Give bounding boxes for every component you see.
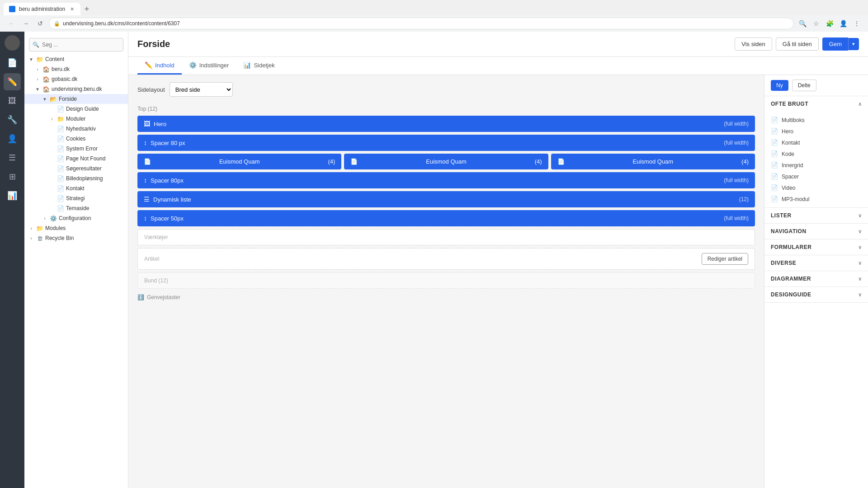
spacer80-block-meta: (full width) [724,140,749,146]
euismod-block-2[interactable]: 📄 Euismod Quam (4) [344,154,548,169]
tree-item-content[interactable]: ▼ 📁 Content [24,54,128,64]
panel-section-navigation: NAVIGATION ∨ [764,224,868,239]
tree-item-page-not-found[interactable]: 📄 Page Not Found [24,154,128,164]
menu-button[interactable]: ⋮ [851,18,863,29]
panel-section-header-navigation[interactable]: NAVIGATION ∨ [764,224,868,239]
panel-item-innergrid[interactable]: 📄 Innergrid [764,160,868,171]
euismod-block-3[interactable]: 📄 Euismod Quam (4) [551,154,755,169]
rail-list-icon[interactable]: ☰ [4,149,21,166]
panel-item-multiboks[interactable]: 📄 Multiboks [764,114,868,126]
euismod-1-count: (4) [328,158,335,165]
panel-chevron-navigation: ∨ [858,229,862,235]
panel-item-spacer[interactable]: 📄 Spacer [764,171,868,182]
rail-chart-icon[interactable]: 📊 [4,187,21,204]
panel-chevron-designguide: ∨ [858,292,862,298]
panel-item-kode[interactable]: 📄 Kode [764,148,868,160]
sidetjek-tab-icon: 📊 [243,61,251,69]
panel-section-ofte-brugt: OFTE BRUGT ∧ 📄 Multiboks 📄 Hero [764,96,868,208]
bookmark-button[interactable]: ☆ [810,18,822,29]
new-tab-button[interactable]: + [80,3,93,15]
panel-item-video[interactable]: 📄 Video [764,182,868,193]
active-tab[interactable]: beru administration ✕ [4,3,80,15]
file-icon-temaside: 📄 [57,205,64,212]
tree-item-temaside[interactable]: 📄 Temaside [24,203,128,213]
tree-item-billedoplosning[interactable]: 📄 Billedopløsning [24,174,128,183]
tree-item-kontakt[interactable]: 📄 Kontakt [24,183,128,193]
tree-item-sogeresultater[interactable]: 📄 Søgeresultater [24,164,128,174]
tree-item-beru[interactable]: › 🏠 beru.dk [24,64,128,74]
reload-button[interactable]: ↺ [34,18,46,29]
tree-label-undervisning: undervisning.beru.dk [52,86,102,92]
layout-select[interactable]: Bred side Smal side Full width [170,82,233,97]
spacer50-block[interactable]: ↕ Spacer 50px (full width) [137,210,755,226]
rail-grid-icon[interactable]: ⊞ [4,168,21,185]
tree-item-modules[interactable]: › 📁 Modules [24,223,128,233]
vis-siden-button[interactable]: Vis siden [735,38,772,51]
spacer80px2-block[interactable]: ↕ Spacer 80px (full width) [137,172,755,188]
account-button[interactable]: 👤 [837,18,849,29]
tree-label-billedoplosning: Billedopløsning [66,175,103,182]
back-button[interactable]: ← [5,18,17,29]
euismod-block-1[interactable]: 📄 Euismod Quam (4) [137,154,341,169]
delte-button[interactable]: Delte [792,80,816,91]
tree-item-nyhedsarkiv[interactable]: 📄 Nyhedsarkiv [24,124,128,134]
tree-label-nyhedsarkiv: Nyhedsarkiv [66,126,96,132]
tab-sidetjek[interactable]: 📊 Sidetjek [236,57,282,75]
home-icon-gobasic: 🏠 [42,75,50,83]
forward-button[interactable]: → [20,18,32,29]
tab-close-button[interactable]: ✕ [69,6,75,12]
panel-section-header-designguide[interactable]: DESIGNGUIDE ∨ [764,287,868,302]
panel-section-header-lister[interactable]: LISTER ∨ [764,208,868,223]
tree-item-gobasic[interactable]: › 🏠 gobasic.dk [24,74,128,84]
extensions-button[interactable]: 🧩 [824,18,835,29]
hero-block[interactable]: 🖼 Hero (full width) [137,116,755,132]
tree-item-design-guide[interactable]: 📄 Design Guide [24,104,128,114]
chevron-sogeresultater [49,165,55,172]
panel-section-header-diverse[interactable]: DIVERSE ∨ [764,255,868,271]
spacer50-label: Spacer 50px [151,215,184,222]
tree-label-recycle-bin: Recycle Bin [45,235,74,241]
panel-section-header-ofte-brugt[interactable]: OFTE BRUGT ∧ [764,96,868,112]
tree-item-recycle-bin[interactable]: › 🗑 Recycle Bin [24,233,128,243]
address-bar[interactable]: 🔒 undervisning.beru.dk/cms/#content/cont… [49,18,794,29]
chevron-gobasic: › [34,76,41,82]
genvejstaster[interactable]: ℹ️ Genvejstaster [137,291,755,303]
tab-title: beru administration [19,6,65,12]
tree-item-moduler[interactable]: › 📁 Moduler [24,114,128,124]
sidebar-search-input[interactable] [29,38,123,52]
panel-section-header-formularer[interactable]: FORMULARER ∨ [764,239,868,255]
tree-item-forside[interactable]: ▼ 📂 Forside [24,94,128,104]
tree-item-system-error[interactable]: 📄 System Error [24,144,128,154]
panel-chevron-formularer: ∨ [858,244,862,250]
dynamisk-block[interactable]: ☰ Dynamisk liste (12) [137,191,755,207]
rail-content-icon[interactable]: 📄 [4,54,21,71]
panel-item-mp3[interactable]: 📄 MP3-modul [764,193,868,205]
artikel-section: Artikel Rediger artikel [137,248,755,270]
ga-til-siden-button[interactable]: Gå til siden [776,38,819,51]
tree-item-undervisning[interactable]: ▼ 🏠 undervisning.beru.dk [24,84,128,94]
panel-section-header-diagrammer[interactable]: DIAGRAMMER ∨ [764,271,868,286]
tree-label-gobasic: gobasic.dk [52,76,77,82]
rail-tools-icon[interactable]: 🔧 [4,111,21,128]
rail-edit-icon[interactable]: ✏️ [4,73,21,90]
rail-user-icon[interactable]: 👤 [4,130,21,147]
chevron-page-not-found [49,155,55,162]
gem-button[interactable]: Gem [822,38,848,51]
browser-toolbar: ← → ↺ 🔒 undervisning.beru.dk/cms/#conten… [0,15,868,32]
tree-item-configuration[interactable]: › ⚙️ Configuration [24,213,128,223]
gem-dropdown-arrow[interactable]: ▾ [848,38,859,50]
spacer80-block[interactable]: ↕ Spacer 80 px (full width) [137,135,755,151]
tree-item-strategi[interactable]: 📄 Strategi [24,193,128,203]
tree-item-cookies[interactable]: 📄 Cookies [24,134,128,144]
tree-label-content: Content [45,56,64,62]
panel-item-kontakt[interactable]: 📄 Kontakt [764,137,868,148]
panel-item-hero[interactable]: 📄 Hero [764,126,868,137]
search-toolbar-button[interactable]: 🔍 [797,18,808,29]
user-avatar[interactable] [5,35,20,51]
tab-indstillinger[interactable]: ⚙️ Indstillinger [182,57,236,75]
tab-indhold[interactable]: ✏️ Indhold [137,57,182,75]
rediger-artikel-button[interactable]: Rediger artikel [702,253,748,265]
ny-button[interactable]: Ny [771,80,788,91]
rail-image-icon[interactable]: 🖼 [4,92,21,109]
hero-block-left: 🖼 Hero [144,120,166,127]
